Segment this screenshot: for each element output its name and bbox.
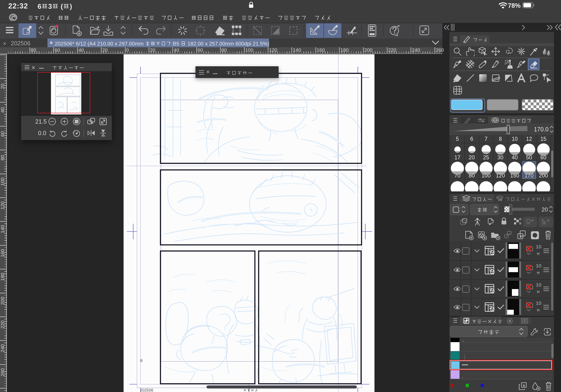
svg-text:202506: 202506: [140, 388, 153, 392]
svg-text:6: 6: [140, 358, 142, 363]
